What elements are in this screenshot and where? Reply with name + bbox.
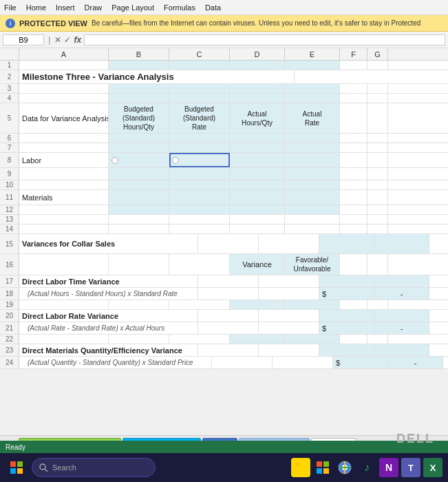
favorable-header[interactable]: Favorable/Unfavorable bbox=[285, 254, 340, 275]
taskbar-search[interactable]: Search bbox=[32, 458, 156, 477]
table-row: 23 Direct Materials Quantity/Efficiency … bbox=[0, 344, 448, 357]
labor-time-variance-value[interactable]: - bbox=[374, 288, 429, 300]
column-headers: A B C D E F G bbox=[0, 48, 448, 61]
col-header-e[interactable]: E bbox=[285, 48, 340, 60]
svg-rect-1 bbox=[17, 461, 23, 467]
table-row: 6 bbox=[0, 134, 448, 143]
svg-rect-9 bbox=[323, 461, 329, 467]
col-header-b[interactable]: B bbox=[109, 48, 169, 60]
status-bar: Ready bbox=[0, 441, 448, 453]
favorable-col-header[interactable] bbox=[374, 234, 429, 253]
materials-label[interactable]: Materials bbox=[19, 190, 109, 205]
table-row: 8 Labor bbox=[0, 153, 448, 168]
table-row: 22 bbox=[0, 335, 448, 344]
labor-rate-variance-value[interactable]: - bbox=[374, 322, 429, 334]
table-row: 3 bbox=[0, 84, 448, 94]
browser-icon[interactable] bbox=[335, 458, 354, 477]
menu-file[interactable]: File bbox=[4, 3, 17, 12]
table-row: 24 (Actual Quantity - Standard Quantity)… bbox=[0, 357, 448, 369]
excel-icon[interactable]: X bbox=[423, 458, 442, 477]
table-row: 20 Direct Labor Rate Variance bbox=[0, 310, 448, 322]
table-row: 4 bbox=[0, 94, 448, 103]
col-header-f[interactable]: F bbox=[340, 48, 367, 60]
cancel-formula-button[interactable]: ✕ bbox=[54, 35, 61, 45]
music-icon[interactable]: ♪ bbox=[357, 458, 376, 477]
variance-col-header[interactable] bbox=[319, 234, 374, 253]
menu-home[interactable]: Home bbox=[26, 3, 46, 12]
taskbar-icons: ♪ N T X bbox=[291, 458, 442, 477]
table-row: 15 Variances for Collar Sales bbox=[0, 234, 448, 254]
table-row: 1 bbox=[0, 61, 448, 70]
menu-formulas[interactable]: Formulas bbox=[164, 3, 195, 12]
table-row: 16 Variance Favorable/Unfavorable bbox=[0, 254, 448, 275]
svg-rect-6 bbox=[295, 465, 307, 473]
table-row: 19 bbox=[0, 300, 448, 310]
spreadsheet: A B C D E F G 1 2 Milest bbox=[0, 48, 448, 369]
direct-labor-rate-label[interactable]: Direct Labor Rate Variance bbox=[19, 310, 198, 322]
spreadsheet-title[interactable]: Milestone Three - Variance Analysis bbox=[19, 70, 295, 83]
materials-variance-value[interactable]: - bbox=[388, 357, 443, 368]
menu-bar: File Home Insert Draw Page Layout Formul… bbox=[0, 0, 448, 15]
svg-rect-11 bbox=[323, 468, 329, 474]
data-label[interactable]: Data for Variance Analysis: bbox=[19, 103, 109, 133]
protected-view-message: Be careful—files from the Internet can c… bbox=[92, 19, 420, 27]
file-explorer-icon[interactable] bbox=[291, 458, 310, 477]
table-row: 12 bbox=[0, 205, 448, 215]
svg-rect-0 bbox=[10, 461, 16, 467]
formula-input[interactable] bbox=[84, 34, 445, 45]
svg-point-4 bbox=[40, 464, 45, 470]
formula-bar: B9 | ✕ ✓ fx bbox=[0, 32, 448, 48]
direct-materials-label[interactable]: Direct Materials Quantity/Efficiency Var… bbox=[19, 344, 198, 356]
taskbar: Search bbox=[0, 453, 448, 482]
svg-rect-2 bbox=[10, 468, 16, 474]
teams-icon[interactable]: T bbox=[401, 458, 420, 477]
menu-data[interactable]: Data bbox=[205, 3, 221, 12]
svg-rect-10 bbox=[317, 468, 322, 474]
table-row: 13 bbox=[0, 215, 448, 224]
table-row: 5 Data for Variance Analysis: Budgeted(S… bbox=[0, 103, 448, 134]
col-header-budgeted-hours[interactable]: Budgeted(Standard)Hours/Qty bbox=[109, 103, 169, 133]
svg-rect-8 bbox=[317, 461, 322, 467]
variances-label[interactable]: Variances for Collar Sales bbox=[19, 234, 198, 253]
dell-logo: DELL bbox=[396, 432, 434, 446]
menu-page-layout[interactable]: Page Layout bbox=[111, 3, 154, 12]
confirm-formula-button[interactable]: ✓ bbox=[64, 35, 71, 45]
info-icon: i bbox=[6, 19, 15, 28]
windows-store-icon[interactable] bbox=[313, 458, 332, 477]
table-row: 14 bbox=[0, 224, 448, 234]
labor-time-variance-dollar[interactable]: $ bbox=[319, 288, 374, 300]
cell-reference[interactable]: B9 bbox=[3, 34, 44, 45]
screen: File Home Insert Draw Page Layout Formul… bbox=[0, 0, 448, 482]
svg-rect-7 bbox=[295, 463, 299, 465]
start-button[interactable] bbox=[6, 457, 28, 479]
labor-rate-variance-dollar[interactable]: $ bbox=[319, 322, 374, 334]
direct-labor-time-formula[interactable]: (Actual Hours - Standard Hours) x Standa… bbox=[19, 288, 198, 300]
materials-variance-dollar[interactable]: $ bbox=[333, 357, 388, 368]
col-header-actual-rate[interactable]: ActualRate bbox=[285, 103, 340, 133]
col-header-c[interactable]: C bbox=[169, 48, 230, 60]
labor-label[interactable]: Labor bbox=[19, 153, 109, 167]
row-num-corner bbox=[0, 48, 19, 60]
table-row: 21 (Actual Rate - Standard Rate) x Actua… bbox=[0, 322, 448, 335]
onenote-icon[interactable]: N bbox=[379, 458, 398, 477]
insert-function-button[interactable]: fx bbox=[74, 35, 81, 45]
menu-draw[interactable]: Draw bbox=[85, 3, 103, 12]
direct-labor-time-label[interactable]: Direct Labor Time Variance bbox=[19, 275, 198, 287]
direct-materials-formula[interactable]: (Actual Quantity - Standard Quantity) x … bbox=[19, 357, 212, 368]
col-header-g[interactable]: G bbox=[367, 48, 388, 60]
col-header-d[interactable]: D bbox=[230, 48, 285, 60]
protected-view-bar: i PROTECTED VIEW Be careful—files from t… bbox=[0, 15, 448, 32]
table-row: 2 Milestone Three - Variance Analysis bbox=[0, 70, 448, 84]
svg-line-5 bbox=[45, 469, 47, 472]
variance-header[interactable]: Variance bbox=[230, 254, 285, 275]
menu-insert[interactable]: Insert bbox=[56, 3, 75, 12]
protected-view-label: PROTECTED VIEW bbox=[19, 19, 87, 28]
input-circle bbox=[111, 157, 118, 164]
table-row: 17 Direct Labor Time Variance bbox=[0, 275, 448, 288]
search-label: Search bbox=[52, 463, 76, 472]
col-header-budgeted-rate[interactable]: Budgeted(Standard)Rate bbox=[169, 103, 230, 133]
col-header-actual-hours[interactable]: ActualHours/Qty bbox=[230, 103, 285, 133]
col-header-a[interactable]: A bbox=[19, 48, 109, 60]
table-row: 11 Materials bbox=[0, 190, 448, 205]
direct-labor-rate-formula[interactable]: (Actual Rate - Standard Rate) x Actual H… bbox=[19, 322, 198, 334]
